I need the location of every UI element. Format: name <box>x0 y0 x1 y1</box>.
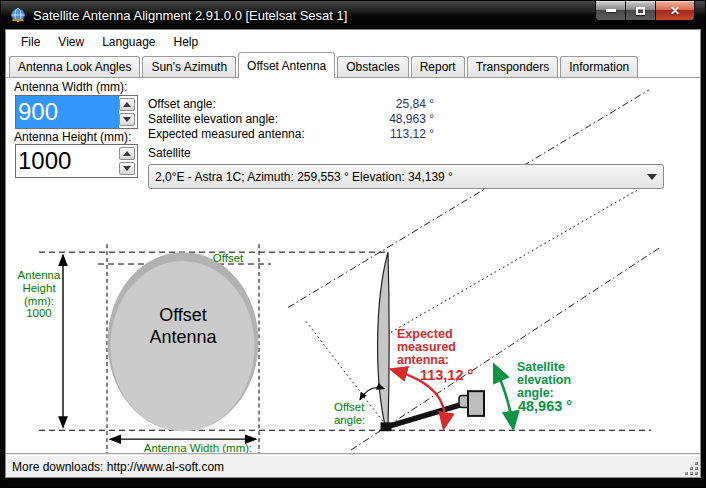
satellite-label: Satellite <box>148 146 191 160</box>
tab-obstacles[interactable]: Obstacles <box>337 56 408 77</box>
chevron-down-icon <box>647 174 657 180</box>
arrow-up-icon <box>123 151 131 156</box>
tab-bar: Antenna Look Angles Sun's Azimuth Offset… <box>6 53 700 77</box>
svg-text:Offset: Offset <box>334 401 365 413</box>
offset-caption: Offset <box>213 252 244 264</box>
antenna-width-input[interactable] <box>16 96 119 128</box>
close-icon: ✕ <box>670 4 680 18</box>
antenna-height-field <box>15 144 138 178</box>
expected-readout-value: 113,12 ° <box>284 127 434 141</box>
antenna-height-input[interactable] <box>16 145 119 177</box>
status-bar: More downloads: http://www.al-soft.com <box>6 456 700 477</box>
tab-transponders[interactable]: Transponders <box>467 56 559 77</box>
svg-text:(mm):: (mm): <box>24 295 54 307</box>
arrow-down-icon <box>123 117 131 122</box>
width-spin-up-button[interactable] <box>119 98 135 111</box>
expected-readout-label: Expected measured antenna: <box>148 127 305 141</box>
menu-view[interactable]: View <box>49 32 93 52</box>
tab-suns-azimuth[interactable]: Sun's Azimuth <box>142 56 236 77</box>
menu-language[interactable]: Language <box>93 32 164 52</box>
height-caption: Antenna Height (mm): 1000 <box>18 269 61 320</box>
antenna-width-field <box>15 95 138 129</box>
tab-information[interactable]: Information <box>560 56 638 77</box>
svg-text:Antenna: Antenna <box>18 269 61 281</box>
offset-angle-caption: Offset angle: <box>334 401 365 426</box>
globe-icon <box>10 7 26 23</box>
window-title: Satellite Antenna Alignment 2.91.0.0 [Eu… <box>33 8 347 23</box>
dish-side-view <box>378 252 390 429</box>
antenna-width-label: Antenna Width (mm): <box>14 80 127 94</box>
menu-help[interactable]: Help <box>165 32 208 52</box>
feed-arm <box>385 403 468 428</box>
lnb <box>459 391 484 416</box>
svg-text:48,963 °: 48,963 ° <box>518 399 572 415</box>
svg-text:elevation: elevation <box>517 373 571 387</box>
width-spin-down-button[interactable] <box>119 113 135 126</box>
antenna-height-label: Antenna Height (mm): <box>14 130 131 144</box>
offset-antenna-page: Offset Antenna Antenna Height (mm): 1000… <box>6 77 700 453</box>
svg-text:Expected: Expected <box>397 327 453 341</box>
dish-label-line2: Antenna <box>149 327 216 347</box>
elevation-angle-arc <box>495 367 513 426</box>
svg-text:Satellite: Satellite <box>517 360 565 374</box>
tab-antenna-look-angles[interactable]: Antenna Look Angles <box>9 56 140 77</box>
satellite-selected-value: 2,0°E - Astra 1C; Azimuth: 259,553 ° Ele… <box>155 170 643 184</box>
resize-grip-icon[interactable] <box>685 462 698 475</box>
svg-text:angle:: angle: <box>517 386 554 400</box>
menu-bar: File View Language Help <box>6 30 700 53</box>
maximize-icon <box>636 7 645 15</box>
title-bar: Satellite Antenna Alignment 2.91.0.0 [Eu… <box>1 1 705 29</box>
elevation-readout-label: Satellite elevation angle: <box>148 112 278 126</box>
close-button[interactable]: ✕ <box>655 1 695 21</box>
arrow-down-icon <box>123 166 131 171</box>
svg-text:113,12 °: 113,12 ° <box>420 367 474 383</box>
width-caption: Antenna Width (mm): <box>144 442 252 453</box>
svg-text:angle:: angle: <box>334 414 365 426</box>
menu-file[interactable]: File <box>12 32 49 52</box>
svg-text:1000: 1000 <box>26 307 52 319</box>
minimize-icon <box>606 9 616 12</box>
minimize-button[interactable] <box>595 1 625 21</box>
maximize-button[interactable] <box>625 1 655 21</box>
tab-report[interactable]: Report <box>411 56 465 77</box>
arrow-up-icon <box>123 102 131 107</box>
svg-text:antenna:: antenna: <box>397 353 449 367</box>
elevation-caption: Satellite elevation angle: 48,963 ° <box>517 360 572 414</box>
height-spin-down-button[interactable] <box>119 162 135 175</box>
offset-angle-readout-label: Offset angle: <box>148 97 216 111</box>
caption-buttons: ✕ <box>595 1 695 21</box>
dish-label-line1: Offset <box>159 305 207 325</box>
svg-text:measured: measured <box>397 340 456 354</box>
offset-angle-readout-value: 25,84 ° <box>284 97 434 111</box>
svg-text:Height: Height <box>22 282 56 294</box>
height-spin-up-button[interactable] <box>119 147 135 160</box>
satellite-combobox[interactable]: 2,0°E - Astra 1C; Azimuth: 259,553 ° Ele… <box>148 164 664 189</box>
tab-offset-antenna[interactable]: Offset Antenna <box>238 52 335 78</box>
status-text: More downloads: http://www.al-soft.com <box>12 460 224 474</box>
window-frame: File View Language Help Antenna Look Ang… <box>5 29 701 478</box>
elevation-readout-value: 48,963 ° <box>284 112 434 126</box>
app-window: Satellite Antenna Alignment 2.91.0.0 [Eu… <box>0 0 706 488</box>
